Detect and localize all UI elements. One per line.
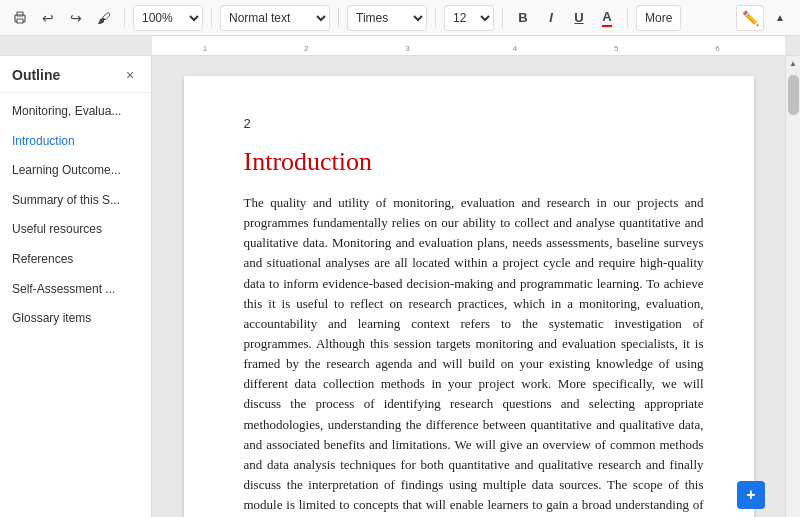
redo-button[interactable]: ↪ [64,6,88,30]
collapse-toolbar-button[interactable]: ▲ [768,6,792,30]
ruler-right-scroll [785,36,800,55]
separator-1 [124,8,125,28]
ruler: 1 2 3 4 5 6 [0,36,800,56]
separator-3 [338,8,339,28]
scroll-thumb[interactable] [788,75,799,115]
outline-item-1[interactable]: Introduction [0,127,151,157]
separator-5 [502,8,503,28]
toolbar: ↩ ↪ 🖌 100% 75% 125% 150% Normal text Hea… [0,0,800,36]
scrollbar: ▲ [785,56,800,517]
zoom-control: 100% 75% 125% 150% [133,5,203,31]
more-button[interactable]: More [636,5,681,31]
outline-title: Outline [12,67,60,83]
svg-rect-2 [17,19,23,23]
font-select[interactable]: Times Arial Georgia [347,5,427,31]
italic-button[interactable]: I [539,6,563,30]
main-area: Outline × Monitoring, Evalua... Introduc… [0,56,800,517]
underline-button[interactable]: U [567,6,591,30]
document-area[interactable]: 2 Introduction The quality and utility o… [152,56,785,517]
outline-items: Monitoring, Evalua... Introduction Learn… [0,93,151,517]
outline-panel: Outline × Monitoring, Evalua... Introduc… [0,56,152,517]
document-heading: Introduction [244,147,704,177]
separator-2 [211,8,212,28]
text-style-control: Normal text Heading 1 Heading 2 Title [220,5,330,31]
bold-button[interactable]: B [511,6,535,30]
scroll-up-button[interactable]: ▲ [786,56,801,71]
outline-header: Outline × [0,56,151,93]
outline-item-2[interactable]: Learning Outcome... [0,156,151,186]
outline-item-5[interactable]: References [0,245,151,275]
paintbrush-button[interactable]: 🖌 [92,6,116,30]
ruler-left-margin [0,36,152,55]
outline-item-6[interactable]: Self-Assessment ... [0,275,151,305]
page-number: 2 [244,116,704,131]
separator-6 [627,8,628,28]
zoom-select[interactable]: 100% 75% 125% 150% [133,5,203,31]
separator-4 [435,8,436,28]
document-page: 2 Introduction The quality and utility o… [184,76,754,517]
text-style-select[interactable]: Normal text Heading 1 Heading 2 Title [220,5,330,31]
font-size-control: 12 10 14 16 18 [444,5,494,31]
ruler-content: 1 2 3 4 5 6 [152,36,785,55]
document-body: The quality and utility of monitoring, e… [244,193,704,517]
pencil-button[interactable]: ✏️ [736,5,764,31]
outline-item-4[interactable]: Useful resources [0,215,151,245]
text-color-button[interactable]: A [595,6,619,30]
outline-item-7[interactable]: Glossary items [0,304,151,334]
outline-item-0[interactable]: Monitoring, Evalua... [0,97,151,127]
font-control: Times Arial Georgia [347,5,427,31]
outline-close-button[interactable]: × [121,66,139,84]
undo-button[interactable]: ↩ [36,6,60,30]
corner-add-button[interactable]: + [737,481,765,509]
print-button[interactable] [8,6,32,30]
font-size-select[interactable]: 12 10 14 16 18 [444,5,494,31]
outline-item-3[interactable]: Summary of this S... [0,186,151,216]
